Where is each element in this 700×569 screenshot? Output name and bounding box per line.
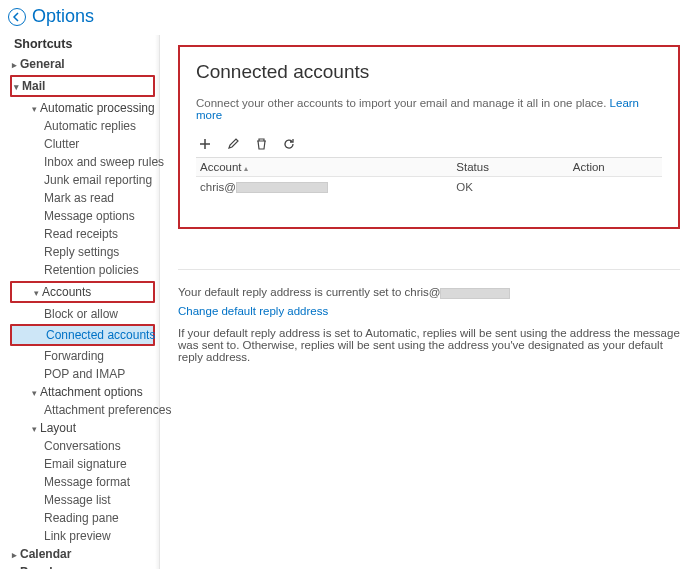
cell-account: chris@ <box>196 177 452 198</box>
add-icon[interactable] <box>198 137 212 151</box>
sidebar-item-mark-as-read[interactable]: Mark as read <box>10 189 155 207</box>
col-status[interactable]: Status <box>452 158 569 177</box>
main-content: Connected accounts Connect your other ac… <box>160 35 700 569</box>
default-reply-note: If your default reply address is set to … <box>178 327 680 363</box>
cell-action <box>569 177 662 198</box>
default-reply-block: Your default reply address is currently … <box>178 286 680 362</box>
edit-icon[interactable] <box>226 137 240 151</box>
redacted-mask <box>236 182 328 193</box>
sidebar-item-inbox-sweep[interactable]: Inbox and sweep rules <box>10 153 155 171</box>
accounts-toolbar <box>196 135 662 157</box>
change-reply-link[interactable]: Change default reply address <box>178 305 328 317</box>
options-header: Options <box>0 0 700 35</box>
divider <box>178 269 680 270</box>
sidebar-item-attachment-options[interactable]: Attachment options <box>10 383 155 401</box>
sidebar-item-automatic-processing[interactable]: Automatic processing <box>10 99 155 117</box>
sidebar-item-reply-settings[interactable]: Reply settings <box>10 243 155 261</box>
accounts-table: Account▴ Status Action chris@ OK <box>196 157 662 197</box>
sidebar-item-forwarding[interactable]: Forwarding <box>10 347 155 365</box>
sidebar-item-block-allow[interactable]: Block or allow <box>10 305 155 323</box>
back-icon[interactable] <box>8 8 26 26</box>
sidebar-item-retention-policies[interactable]: Retention policies <box>10 261 155 279</box>
col-account[interactable]: Account▴ <box>196 158 452 177</box>
sidebar-item-calendar[interactable]: Calendar <box>10 545 155 563</box>
sidebar-item-junk-reporting[interactable]: Junk email reporting <box>10 171 155 189</box>
sidebar-item-layout[interactable]: Layout <box>10 419 155 437</box>
sidebar-item-mail[interactable]: Mail <box>12 77 153 95</box>
sidebar-item-accounts[interactable]: Accounts <box>12 283 153 301</box>
sidebar-item-message-list[interactable]: Message list <box>10 491 155 509</box>
page-title: Options <box>32 6 94 27</box>
panel-description: Connect your other accounts to import yo… <box>196 97 662 121</box>
delete-icon[interactable] <box>254 137 268 151</box>
sidebar-item-attachment-preferences[interactable]: Attachment preferences <box>10 401 155 419</box>
sidebar-item-people[interactable]: People <box>10 563 155 569</box>
col-action[interactable]: Action <box>569 158 662 177</box>
sidebar-item-link-preview[interactable]: Link preview <box>10 527 155 545</box>
cell-status: OK <box>452 177 569 198</box>
sidebar-item-automatic-replies[interactable]: Automatic replies <box>10 117 155 135</box>
sidebar-item-message-format[interactable]: Message format <box>10 473 155 491</box>
sidebar-item-connected-accounts[interactable]: Connected accounts <box>12 326 153 344</box>
sidebar-item-conversations[interactable]: Conversations <box>10 437 155 455</box>
connected-accounts-panel: Connected accounts Connect your other ac… <box>178 45 680 229</box>
sidebar-item-pop-imap[interactable]: POP and IMAP <box>10 365 155 383</box>
sidebar-item-general[interactable]: General <box>10 55 155 73</box>
sidebar-item-email-signature[interactable]: Email signature <box>10 455 155 473</box>
sidebar: Shortcuts General Mail Automatic process… <box>0 35 160 569</box>
default-reply-text: Your default reply address is currently … <box>178 286 680 298</box>
table-row[interactable]: chris@ OK <box>196 177 662 198</box>
redacted-mask <box>440 288 510 299</box>
refresh-icon[interactable] <box>282 137 296 151</box>
sidebar-item-read-receipts[interactable]: Read receipts <box>10 225 155 243</box>
panel-title: Connected accounts <box>196 61 662 83</box>
sidebar-item-reading-pane[interactable]: Reading pane <box>10 509 155 527</box>
sidebar-item-clutter[interactable]: Clutter <box>10 135 155 153</box>
shortcuts-heading: Shortcuts <box>10 35 155 55</box>
sidebar-item-message-options[interactable]: Message options <box>10 207 155 225</box>
